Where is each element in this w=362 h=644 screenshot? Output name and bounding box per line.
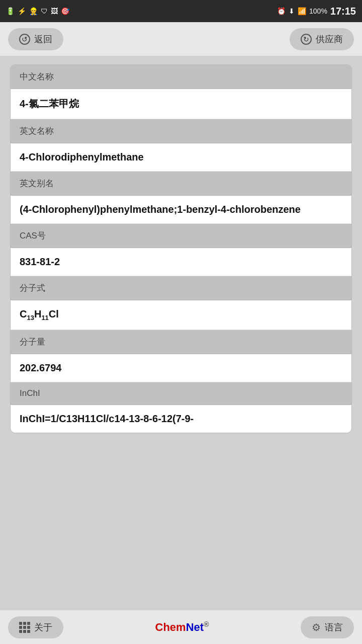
language-button[interactable]: ⚙ 语言 [301,616,354,638]
header-molecular-weight: 分子量 [11,330,351,354]
usb-icon: ⚡ [18,7,26,15]
value-molecular-formula: C13H11Cl [11,300,351,330]
brand-net: Net [186,621,204,633]
signal-icon: 📶 [298,7,306,15]
info-card: 中文名称 4-氯二苯甲烷 英文名称 4-Chlorodiphenylmethan… [10,64,352,433]
bottom-bar: 关于 ChemNet® ⚙ 语言 [0,610,362,644]
back-icon: ↺ [19,34,30,45]
supplier-button[interactable]: ↻ 供应商 [290,28,354,50]
main-content: 中文名称 4-氯二苯甲烷 英文名称 4-Chlorodiphenylmethan… [0,56,362,610]
header-english-name: 英文名称 [11,119,351,143]
status-time: 17:15 [330,6,356,17]
header-inchi: InChI [11,382,351,405]
supplier-label: 供应商 [316,33,343,45]
value-english-name: 4-Chlorodiphenylmethane [11,143,351,172]
subscript-13: 13 [27,314,34,321]
value-inchi: InChI=1/C13H11Cl/c14-13-8-6-12(7-9- [11,405,351,433]
back-button[interactable]: ↺ 返回 [8,28,63,50]
value-english-alias: (4-Chlorophenyl)phenylmethane;1-benzyl-4… [11,196,351,224]
battery-percent: 100% [309,7,327,15]
grid-icon [19,622,30,633]
status-left-icons: 🔋 ⚡ 👷 🛡 🖼 🎯 [6,7,69,15]
status-bar: 🔋 ⚡ 👷 🛡 🖼 🎯 ⏰ ⬇ 📶 100% 17:15 [0,0,362,22]
supplier-icon: ↻ [301,34,312,45]
value-chinese-name: 4-氯二苯甲烷 [11,89,351,119]
brand-chem: Chem [155,621,186,633]
back-label: 返回 [34,33,52,45]
brand-reg: ® [204,620,209,628]
value-cas: 831-81-2 [11,248,351,276]
subscript-11: 11 [41,314,48,321]
nav-bar: ↺ 返回 ↻ 供应商 [0,22,362,56]
shield-icon: 🛡 [41,7,48,15]
brand-logo: ChemNet® [155,620,209,634]
puzzle-icon: 🎯 [61,7,69,15]
gear-icon: ⚙ [312,621,321,633]
battery-icon: 🔋 [6,7,15,15]
download-icon: ⬇ [289,7,295,15]
header-cas: CAS号 [11,224,351,248]
header-chinese-name: 中文名称 [11,65,351,89]
value-molecular-weight: 202.6794 [11,354,351,382]
alarm-icon: ⏰ [277,7,286,15]
image-icon: 🖼 [51,7,58,15]
status-right-icons: ⏰ ⬇ 📶 100% 17:15 [277,6,356,17]
about-label: 关于 [34,621,52,633]
about-button[interactable]: 关于 [8,616,63,638]
header-molecular-formula: 分子式 [11,276,351,300]
header-english-alias: 英文别名 [11,172,351,196]
avatar-icon: 👷 [29,7,38,15]
language-label: 语言 [325,621,343,633]
